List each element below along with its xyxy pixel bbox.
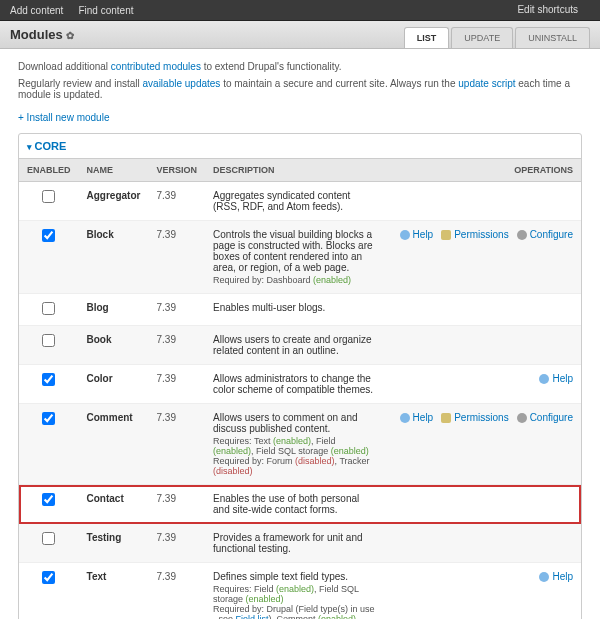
gear-icon <box>517 413 527 423</box>
table-row: Aggregator7.39Aggregates syndicated cont… <box>19 182 581 221</box>
core-fieldset: CORE ENABLED NAME VERSION DESCRIPTION OP… <box>18 133 582 619</box>
update-script-link[interactable]: update script <box>458 78 515 89</box>
modules-table: ENABLED NAME VERSION DESCRIPTION OPERATI… <box>19 158 581 619</box>
admin-toolbar: Add content Find content Edit shortcuts <box>0 0 600 21</box>
key-icon <box>441 230 451 240</box>
help-link[interactable]: Help <box>539 571 573 582</box>
col-name: NAME <box>79 159 149 182</box>
module-name: Book <box>79 326 149 365</box>
core-legend[interactable]: CORE <box>19 134 581 158</box>
module-operations <box>384 326 581 365</box>
table-row: Color7.39Allows administrators to change… <box>19 365 581 404</box>
configure-link[interactable]: Configure <box>517 412 573 423</box>
module-name: Color <box>79 365 149 404</box>
table-row: Blog7.39Enables multi-user blogs. <box>19 294 581 326</box>
module-description: Allows users to create and organize rela… <box>205 326 384 365</box>
module-operations: Help <box>384 365 581 404</box>
col-description: DESCRIPTION <box>205 159 384 182</box>
module-version: 7.39 <box>149 404 206 485</box>
table-row: Contact7.39Enables the use of both perso… <box>19 485 581 524</box>
module-name: Aggregator <box>79 182 149 221</box>
available-updates-link[interactable]: available updates <box>143 78 221 89</box>
col-operations: OPERATIONS <box>384 159 581 182</box>
enable-checkbox[interactable] <box>42 190 55 203</box>
help-link[interactable]: Help <box>400 412 434 423</box>
help-link[interactable]: Help <box>539 373 573 384</box>
help-icon <box>400 413 410 423</box>
module-operations: Help <box>384 563 581 620</box>
contributed-modules-link[interactable]: contributed modules <box>111 61 201 72</box>
module-operations: HelpPermissionsConfigure <box>384 404 581 485</box>
module-version: 7.39 <box>149 294 206 326</box>
module-version: 7.39 <box>149 485 206 524</box>
tab-uninstall[interactable]: UNINSTALL <box>515 27 590 48</box>
tab-update[interactable]: UPDATE <box>451 27 513 48</box>
edit-shortcuts-link[interactable]: Edit shortcuts <box>517 4 578 16</box>
enable-checkbox[interactable] <box>42 302 55 315</box>
help-icon <box>400 230 410 240</box>
table-row: Block7.39Controls the visual building bl… <box>19 221 581 294</box>
module-name: Testing <box>79 524 149 563</box>
module-description: Allows users to comment on and discuss p… <box>205 404 384 485</box>
module-operations <box>384 294 581 326</box>
tab-list[interactable]: LIST <box>404 27 450 48</box>
help-icon <box>539 572 549 582</box>
module-description: Allows administrators to change the colo… <box>205 365 384 404</box>
module-version: 7.39 <box>149 326 206 365</box>
field-list-link[interactable]: Field list <box>236 614 269 619</box>
module-name: Text <box>79 563 149 620</box>
enable-checkbox[interactable] <box>42 532 55 545</box>
configure-link[interactable]: Configure <box>517 229 573 240</box>
module-name: Blog <box>79 294 149 326</box>
module-description: Aggregates syndicated content (RSS, RDF,… <box>205 182 384 221</box>
module-name: Contact <box>79 485 149 524</box>
table-row: Testing7.39Provides a framework for unit… <box>19 524 581 563</box>
table-row: Comment7.39Allows users to comment on an… <box>19 404 581 485</box>
add-content-link[interactable]: Add content <box>10 5 63 16</box>
module-name: Comment <box>79 404 149 485</box>
intro-1: Download additional contributed modules … <box>18 61 582 72</box>
module-version: 7.39 <box>149 563 206 620</box>
module-description: Defines simple text field types.Requires… <box>205 563 384 620</box>
gear-icon <box>517 230 527 240</box>
permissions-link[interactable]: Permissions <box>441 229 508 240</box>
table-row: Text7.39Defines simple text field types.… <box>19 563 581 620</box>
col-version: VERSION <box>149 159 206 182</box>
main-content: Download additional contributed modules … <box>0 49 600 619</box>
enable-checkbox[interactable] <box>42 571 55 584</box>
find-content-link[interactable]: Find content <box>78 5 133 16</box>
module-description: Enables the use of both personal and sit… <box>205 485 384 524</box>
enable-checkbox[interactable] <box>42 412 55 425</box>
permissions-link[interactable]: Permissions <box>441 412 508 423</box>
enable-checkbox[interactable] <box>42 373 55 386</box>
help-link[interactable]: Help <box>400 229 434 240</box>
enable-checkbox[interactable] <box>42 229 55 242</box>
page-header: Modules ✿ LIST UPDATE UNINSTALL <box>0 21 600 49</box>
module-operations: HelpPermissionsConfigure <box>384 221 581 294</box>
module-version: 7.39 <box>149 524 206 563</box>
module-version: 7.39 <box>149 221 206 294</box>
page-title: Modules <box>10 27 63 42</box>
module-operations <box>384 485 581 524</box>
key-icon <box>441 413 451 423</box>
col-enabled: ENABLED <box>19 159 79 182</box>
gear-icon[interactable]: ✿ <box>66 30 74 41</box>
module-operations <box>384 182 581 221</box>
enable-checkbox[interactable] <box>42 334 55 347</box>
module-description: Enables multi-user blogs. <box>205 294 384 326</box>
table-row: Book7.39Allows users to create and organ… <box>19 326 581 365</box>
module-description: Controls the visual building blocks a pa… <box>205 221 384 294</box>
install-new-module-link[interactable]: + Install new module <box>18 112 109 123</box>
module-version: 7.39 <box>149 182 206 221</box>
module-version: 7.39 <box>149 365 206 404</box>
module-name: Block <box>79 221 149 294</box>
help-icon <box>539 374 549 384</box>
module-operations <box>384 524 581 563</box>
primary-tabs: LIST UPDATE UNINSTALL <box>402 27 590 48</box>
module-description: Provides a framework for unit and functi… <box>205 524 384 563</box>
intro-2: Regularly review and install available u… <box>18 78 582 100</box>
enable-checkbox[interactable] <box>42 493 55 506</box>
